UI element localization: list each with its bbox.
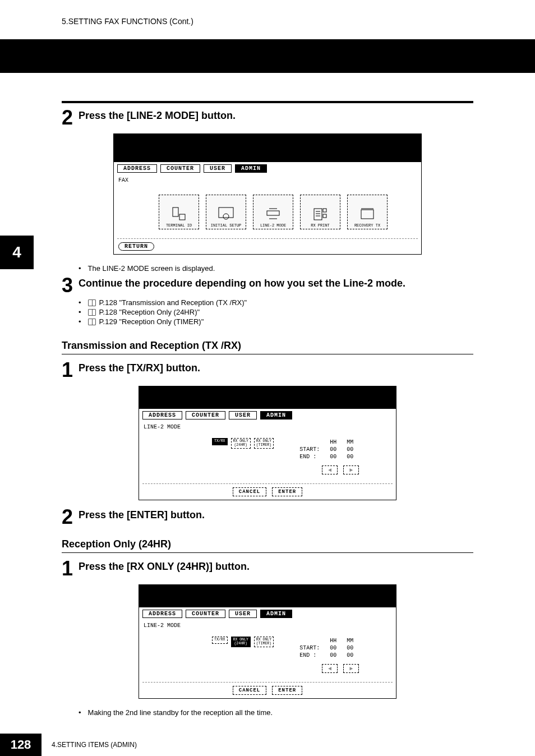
book-icon [88,299,96,306]
lcd-tab-admin[interactable]: ADMIN [260,411,292,420]
lcd-subtitle: FAX [114,175,421,186]
lcd-btn-label: LINE-2 MODE [260,223,286,228]
step-number: 1 [62,559,73,579]
svg-point-3 [223,214,229,219]
chapter-tab: 4 [0,236,34,269]
lcd-btn-label: RECOVERY TX [354,223,380,228]
svg-rect-12 [323,214,326,218]
section-heading-txrx: Transmission and Reception (TX /RX) [62,329,473,354]
step-title: Continue the procedure depending on how … [79,275,405,289]
recovery-tx-icon [359,206,376,222]
lcd-tab-counter[interactable]: COUNTER [186,411,225,420]
lcd-mode-txrx[interactable]: TX/RX [212,637,228,644]
note-text: Making the 2nd line standby for the rece… [79,708,473,717]
lcd-tab-user[interactable]: USER [229,411,257,420]
lcd-tab-address[interactable]: ADDRESS [142,411,182,420]
divider [62,101,473,103]
page-number: 128 [0,734,41,756]
step-number: 1 [62,360,73,380]
step-number: 2 [62,507,73,527]
lcd-tab-counter[interactable]: COUNTER [186,610,225,618]
lcd-arrow-right[interactable]: ► [343,664,359,673]
header-black-bar [0,39,535,73]
lcd-screenshot-fax: ADDRESS COUNTER USER ADMIN FAX TERMINAL … [113,133,422,255]
step-title: Press the [TX/RX] button. [79,360,200,374]
lcd-arrow-right[interactable]: ► [343,465,359,474]
lcd-mode-rxonly24[interactable]: RX ONLY (24HR) [231,637,251,647]
svg-rect-4 [267,211,279,215]
footer-text: 4.SETTING ITEMS (ADMIN) [41,741,137,749]
step-number: 3 [62,275,73,296]
header-breadcrumb: 5.SETTING FAX FUNCTIONS (Cont.) [0,0,535,31]
lcd-tab-admin[interactable]: ADMIN [235,164,267,173]
step-number: 2 [62,108,73,128]
lcd-arrow-left[interactable]: ◄ [322,664,338,673]
lcd-btn-label: RX PRINT [311,223,330,228]
lcd-subtitle: LINE-2 MODE [139,620,396,631]
lcd-tab-admin[interactable]: ADMIN [260,610,292,618]
initial-setup-icon [218,206,234,222]
lcd-tab-address[interactable]: ADDRESS [142,610,182,618]
lcd-btn-initial-setup[interactable]: INITIAL SETUP [206,195,246,229]
lcd-tab-user[interactable]: USER [229,610,257,618]
lcd-tab-address[interactable]: ADDRESS [117,164,157,173]
lcd-btn-recovery-tx[interactable]: RECOVERY TX [347,195,388,229]
step-title: Press the [RX ONLY (24HR)] button. [79,559,250,573]
lcd-btn-label: TERMINAL ID [166,223,192,228]
svg-rect-2 [219,208,233,218]
lcd-tab-user[interactable]: USER [204,164,232,173]
ref-link: P.128 "Reception Only (24HR)" [79,307,473,317]
svg-rect-7 [314,209,322,220]
ref-link: P.128 "Transmission and Reception (TX /R… [79,298,473,307]
lcd-screenshot-rx24: ADDRESS COUNTER USER ADMIN LINE-2 MODE T… [139,584,396,699]
ref-link: P.129 "Reception Only (TIMER)" [79,317,473,326]
svg-rect-13 [361,210,373,219]
lcd-mode-txrx[interactable]: TX/RX [212,438,228,445]
lcd-arrow-left[interactable]: ◄ [322,465,338,474]
lcd-btn-terminal-id[interactable]: TERMINAL ID [159,195,199,229]
rx-print-icon [312,206,329,222]
lcd-btn-label: INITIAL SETUP [211,223,242,228]
lcd-enter-button[interactable]: ENTER [272,487,302,496]
book-icon [88,319,96,325]
section-heading-rx24: Reception Only (24HR) [62,527,473,553]
lcd-cancel-button[interactable]: CANCEL [233,686,266,695]
lcd-return-button[interactable]: RETURN [118,242,154,251]
lcd-btn-rx-print[interactable]: RX PRINT [300,195,340,229]
page-footer: 128 4.SETTING ITEMS (ADMIN) [0,734,535,756]
lcd-cancel-button[interactable]: CANCEL [233,487,266,496]
lcd-subtitle: LINE-2 MODE [139,422,396,432]
lcd-mode-rxonly24[interactable]: RX ONLY (24HR) [231,438,251,449]
book-icon [88,309,96,316]
svg-rect-0 [173,208,178,216]
lcd-btn-line2-mode[interactable]: LINE-2 MODE [253,195,293,229]
step-title: Press the [ENTER] button. [79,507,205,521]
step-title: Press the [LINE-2 MODE] button. [79,108,236,122]
lcd-mode-rxonlytimer[interactable]: RX ONLY (TIMER) [254,438,274,449]
note-text: The LINE-2 MODE screen is displayed. [79,264,473,273]
lcd-screenshot-txrx: ADDRESS COUNTER USER ADMIN LINE-2 MODE T… [139,386,396,500]
terminal-id-icon [170,206,187,222]
lcd-mode-rxonlytimer[interactable]: RX ONLY (TIMER) [254,637,274,647]
line2-mode-icon [265,206,282,222]
lcd-tab-counter[interactable]: COUNTER [160,164,200,173]
lcd-enter-button[interactable]: ENTER [272,686,302,695]
svg-rect-11 [323,209,326,212]
svg-rect-1 [179,214,185,220]
lcd-time-block: HHMM START:0000 END :0000 ◄ ► [294,637,359,673]
lcd-time-block: HHMM START:0000 END :0000 ◄ ► [294,438,359,474]
